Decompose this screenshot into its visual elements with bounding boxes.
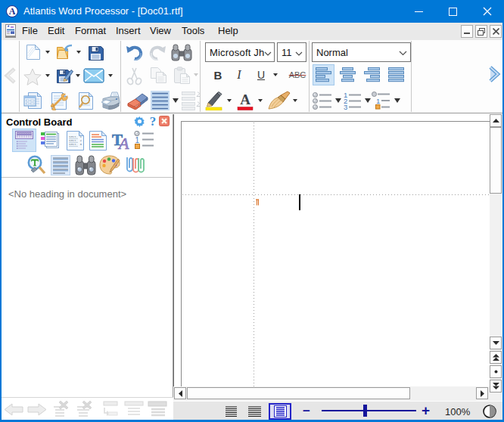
new-document-menu-button[interactable] (43, 42, 52, 62)
multilevel-list-menu-button[interactable] (392, 90, 402, 111)
next-page-button[interactable] (490, 380, 502, 393)
horizontal-scroll-thumb[interactable] (187, 387, 410, 399)
scroll-right-button[interactable] (476, 387, 488, 399)
vertical-scroll-thumb[interactable] (490, 127, 502, 194)
horizontal-scrollbar[interactable] (173, 386, 490, 401)
cut-scissors-icon (126, 67, 144, 85)
sections-tab-button[interactable]: sect. 1sect. 2sect. 3 (65, 130, 85, 150)
control-board-close-button[interactable] (159, 116, 170, 126)
attachments-tab-button[interactable] (123, 154, 145, 176)
zoom-tab-button[interactable] (26, 154, 47, 176)
print-preview-button[interactable] (75, 90, 96, 111)
control-board-help-button[interactable]: ? (148, 115, 158, 128)
toolbar-overflow-right-button[interactable] (486, 63, 502, 85)
toolbar-separator (411, 41, 412, 112)
format-painter-button[interactable] (265, 90, 292, 111)
maximize-button[interactable] (436, 0, 470, 23)
styles-tab-button[interactable] (88, 130, 107, 150)
menu-edit[interactable]: Edit (48, 25, 64, 36)
italic-button[interactable]: I (229, 65, 249, 85)
undo-button[interactable] (123, 42, 145, 63)
save-special-button[interactable] (54, 66, 75, 85)
highlight-menu-button[interactable] (225, 90, 234, 111)
previous-page-button[interactable] (490, 351, 502, 364)
repair-document-button[interactable] (48, 90, 70, 111)
underline-menu-button[interactable] (271, 65, 280, 85)
app-icon: A (6, 5, 18, 17)
eraser-button[interactable] (125, 90, 149, 111)
email-button[interactable] (82, 66, 106, 85)
open-menu-button[interactable] (74, 42, 83, 62)
zoom-slider-track[interactable] (322, 410, 416, 411)
zoom-in-button[interactable]: + (422, 402, 430, 419)
menu-help[interactable]: Help (218, 25, 238, 36)
open-button[interactable] (54, 42, 75, 62)
close-button[interactable] (470, 0, 504, 23)
headings-tab-button[interactable] (14, 130, 34, 150)
svg-text:sect. 1: sect. 1 (69, 135, 82, 138)
menu-tools[interactable]: Tools (182, 25, 204, 36)
fonts-tab-button[interactable]: T A (110, 130, 132, 150)
clipboard-panel-button[interactable] (22, 90, 43, 111)
combo-chevron-icon (399, 47, 410, 58)
minimize-button[interactable] (402, 0, 436, 23)
scroll-down-button[interactable] (490, 337, 502, 349)
control-board-settings-button[interactable] (133, 115, 146, 128)
align-justify-button[interactable] (386, 65, 406, 85)
redo-button[interactable] (147, 42, 168, 63)
email-menu-button[interactable] (106, 66, 115, 85)
document-menu-icon[interactable] (5, 24, 17, 39)
document-page[interactable] (181, 121, 491, 401)
document-minimize-button[interactable] (461, 25, 473, 38)
highlight-button[interactable] (204, 90, 225, 111)
save-button[interactable] (85, 42, 106, 62)
font-color-menu-button[interactable] (256, 90, 265, 111)
align-center-button[interactable] (338, 65, 358, 85)
strikethrough-button[interactable]: ABC (285, 65, 310, 85)
print-button[interactable] (99, 90, 122, 111)
window-title: Atlantis Word Processor - [Doc01.rtf] (23, 5, 183, 17)
online-view-button[interactable] (245, 405, 263, 418)
search-tab-button[interactable] (74, 154, 96, 176)
zoom-out-button[interactable]: − (303, 404, 310, 419)
multilevel-list-button[interactable]: 1 (371, 90, 392, 111)
vertical-scrollbar[interactable] (490, 114, 502, 401)
menu-file[interactable]: File (22, 25, 38, 36)
document-restore-button[interactable] (475, 25, 487, 38)
format-painter-menu-button[interactable] (291, 90, 300, 111)
new-document-button[interactable] (23, 42, 43, 62)
scroll-up-button[interactable] (490, 114, 502, 127)
lists-tab-button[interactable]: 1 (133, 130, 154, 150)
page-layout-view-button[interactable] (269, 403, 291, 420)
colors-tab-button[interactable] (98, 154, 121, 176)
dropdown-arrow-icon (45, 74, 50, 77)
underline-button[interactable]: U (251, 65, 271, 85)
style-combobox[interactable]: Normal (312, 42, 411, 62)
clipbook-tab-button[interactable] (39, 130, 61, 150)
scroll-left-button[interactable] (174, 387, 186, 399)
numbered-list-button[interactable]: 123 (341, 90, 362, 111)
autocorrect-tab-button[interactable] (50, 154, 71, 176)
document-close-button[interactable] (490, 25, 502, 38)
font-size-combobox[interactable]: 11 (277, 42, 306, 62)
favorites-menu-button[interactable] (43, 66, 52, 85)
menu-view[interactable]: View (150, 25, 171, 36)
select-browse-object-button[interactable] (490, 365, 502, 378)
menu-insert[interactable]: Insert (116, 25, 141, 36)
zoom-slider-thumb[interactable] (363, 405, 367, 417)
align-left-button[interactable] (313, 65, 334, 85)
font-color-button[interactable]: A (235, 90, 256, 111)
find-button[interactable] (170, 42, 194, 63)
menu-format[interactable]: Format (75, 25, 106, 36)
document-area[interactable] (173, 114, 504, 401)
align-right-button[interactable] (362, 65, 382, 85)
font-name-combobox[interactable]: Microsoft Jh (205, 42, 275, 62)
document-close-icon (493, 28, 499, 35)
dropdown-arrow-icon (76, 51, 81, 54)
draft-view-button[interactable] (222, 405, 239, 418)
bold-button[interactable]: B (208, 65, 228, 85)
theme-toggle-button[interactable] (482, 404, 497, 419)
line-spacing-menu-button[interactable] (170, 90, 181, 111)
bullet-list-button[interactable] (312, 90, 333, 111)
line-spacing-button[interactable] (150, 90, 170, 111)
